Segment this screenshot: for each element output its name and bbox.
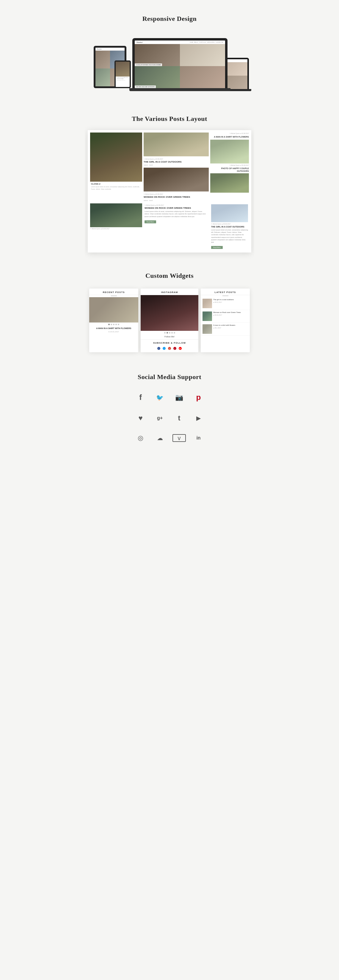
device-mockup: Mumkai CLOSE-UP PORTRAIT OF A YOUNG WOMA… bbox=[85, 29, 254, 97]
social-media-section: Social Media Support f 🐦 📷 p ♥ g+ t ▶ ◎ … bbox=[85, 364, 254, 460]
phone-screen: CLOSE-UP PORTRAIT OF A YOUNG WOMAN Lorem… bbox=[116, 62, 130, 87]
latest-post-info-2: Woman on Rock over Green Trees ● 30.06.2… bbox=[213, 312, 248, 316]
posts-demo-wrapper: ★ CLOSE-U Lorem ipsum dolor sit amet, co… bbox=[88, 130, 251, 253]
latest-post-date-2: ● 30.06.2017 bbox=[213, 314, 248, 316]
posts-main-img bbox=[90, 132, 142, 181]
laptop-img-1: CLOSE-UP PORTRAIT OF A YOUNG WOMAN bbox=[135, 44, 180, 66]
posts-center-top-title: THE GIRL IN A COAT OUTDOORS bbox=[144, 161, 209, 164]
custom-widgets-section: Custom Widgets RECENT POSTS A MAN IN A S… bbox=[85, 263, 254, 364]
laptop-img-4 bbox=[180, 66, 225, 88]
posts-bot-right-title: THE GIRL IN A COAT OUTDOORS bbox=[211, 226, 248, 228]
vimeo-icon[interactable]: v bbox=[173, 434, 186, 442]
latest-posts-divider bbox=[222, 296, 228, 296]
responsive-design-section: Responsive Design Mumkai CLOSE bbox=[85, 0, 254, 106]
posts-bot-center-readmore[interactable]: Read More bbox=[144, 220, 156, 223]
dribbble-icon[interactable]: ◎ bbox=[134, 434, 147, 442]
latest-post-date-1: ● 30.01.2017 bbox=[213, 301, 248, 303]
laptop-img-2 bbox=[180, 44, 225, 66]
soundcloud-icon[interactable]: ☁ bbox=[153, 434, 166, 442]
dot-2 bbox=[111, 324, 112, 325]
instagram-photo bbox=[141, 295, 198, 331]
latest-post-title-1: The girl in a coat outdoors bbox=[213, 299, 248, 301]
posts-center-top-meta: ✎ Michel Quinn ● 02.06.2017 bbox=[144, 158, 209, 160]
posts-bot-left-meta: ✎ Michel Quinn ● 02.06.2017 bbox=[90, 228, 142, 229]
posts-bot-right-text: Lorem ipsum dolor sit amet, consectetur … bbox=[211, 229, 248, 243]
laptop-frame: Mumkai HOME ABOUT PORTFOLIO CATEGORIES C… bbox=[132, 38, 228, 88]
posts-center-bot-title: WOMAN ON ROCK OVER GREEN TREES bbox=[144, 196, 209, 199]
social-media-title: Social Media Support bbox=[85, 364, 254, 387]
recent-posts-widget-title: RECENT POSTS bbox=[89, 288, 138, 295]
latest-post-date-3: ● 30.1.2017 bbox=[213, 327, 248, 329]
latest-posts-widget-title: LATEST POSTS bbox=[201, 288, 250, 295]
posts-layout-section: The Various Posts Layout ★ CLOSE-U Lorem… bbox=[85, 106, 254, 263]
posts-bottom-right: ✎ Michel Quinn ● 05.09.2017 THE GIRL IN … bbox=[210, 204, 249, 250]
instagram-follow-label: Follow Me! bbox=[141, 335, 198, 339]
posts-center-bot-meta: ✎ Michel Quinn ● 02.06.2017 bbox=[144, 193, 209, 195]
posts-bot-center-text: Lorem ipsum dolor sit amet, consectetur … bbox=[144, 210, 208, 218]
dot-4 bbox=[116, 324, 117, 325]
posts-center-top-img bbox=[144, 132, 209, 156]
googleplus-icon[interactable]: g+ bbox=[153, 414, 166, 422]
recent-post-dots bbox=[89, 323, 138, 326]
subscribe-twitter-icon[interactable]: t bbox=[163, 347, 166, 350]
subscribe-facebook-icon[interactable]: f bbox=[157, 347, 160, 350]
facebook-icon[interactable]: f bbox=[134, 393, 147, 402]
posts-right-title-2: PHOTO OF HAPPY COUPLE OUTDOORS bbox=[210, 166, 249, 173]
custom-widgets-title: Custom Widgets bbox=[85, 263, 254, 286]
instagram-dots bbox=[141, 331, 198, 335]
posts-bot-center-meta: ✎ Michel Quinn ● 02.06.2017 bbox=[144, 204, 208, 206]
laptop-caption-3: THE GIRL IN A COAT OUTDOORS bbox=[135, 86, 156, 88]
posts-bot-center-title: WOMAN ON ROCK OVER GREEN TREES bbox=[144, 207, 208, 210]
posts-bot-right-img bbox=[211, 204, 248, 222]
posts-bottom-left-img bbox=[90, 204, 142, 227]
pinterest-icon[interactable]: p bbox=[192, 393, 205, 402]
recent-post-title: A MAN IN A SHIRT WITH FLOWERS bbox=[89, 326, 138, 330]
dot-1 bbox=[108, 324, 110, 325]
subscribe-youtube-icon[interactable]: ▶ bbox=[179, 347, 182, 350]
posts-layout-title: The Various Posts Layout bbox=[85, 106, 254, 129]
responsive-design-title: Responsive Design bbox=[85, 6, 254, 29]
posts-bottom-center: ✎ Michel Quinn ● 02.06.2017 WOMAN ON ROC… bbox=[144, 204, 209, 250]
latest-post-thumb-1 bbox=[203, 299, 212, 308]
posts-top-row: CLOSE-U Lorem ipsum dolor sit amet, cons… bbox=[90, 132, 249, 202]
tumblr-icon[interactable]: t bbox=[173, 414, 186, 422]
posts-center-col: ✎ Michel Quinn ● 02.06.2017 THE GIRL IN … bbox=[144, 132, 209, 202]
latest-post-item-1: The girl in a coat outdoors ● 30.01.2017 bbox=[201, 297, 250, 310]
instagram-widget: INSTAGRAM Follow Me! SUBSCRIBE & FOLLOW … bbox=[141, 288, 198, 352]
subscribe-google-icon[interactable]: g bbox=[168, 347, 171, 350]
latest-post-thumb-2 bbox=[203, 312, 212, 321]
latest-post-title-2: Woman on Rock over Green Trees bbox=[213, 312, 248, 314]
laptop-nav-3: PORTFOLIO bbox=[199, 41, 206, 43]
laptop-screen: Mumkai HOME ABOUT PORTFOLIO CATEGORIES C… bbox=[135, 40, 225, 88]
posts-center-bot-tags: nature travel bbox=[144, 199, 209, 201]
posts-right-title-1: A MAN IN A SHIRT WITH FLOWERS bbox=[210, 134, 249, 139]
laptop-img-3: THE GIRL IN A COAT OUTDOORS bbox=[135, 66, 180, 88]
linkedin-icon[interactable]: in bbox=[192, 434, 205, 442]
youtube-icon[interactable]: ▶ bbox=[192, 414, 205, 422]
recent-post-main-img bbox=[89, 297, 138, 323]
social-row-2: ♥ g+ t ▶ bbox=[110, 408, 229, 428]
heart-icon[interactable]: ♥ bbox=[134, 414, 147, 422]
social-row-1: f 🐦 📷 p bbox=[110, 387, 229, 408]
latest-post-item-3: A man in a shirt with flowers ● 30.1.201… bbox=[201, 323, 250, 336]
latest-post-info-1: The girl in a coat outdoors ● 30.01.2017 bbox=[213, 299, 248, 303]
subscribe-social-icons: f t g p ▶ bbox=[141, 345, 198, 352]
subscribe-pinterest-icon[interactable]: p bbox=[173, 347, 176, 350]
posts-close-up-label: CLOSE-U Lorem ipsum dolor sit amet, cons… bbox=[90, 181, 142, 191]
tablet-logo: Mumkai bbox=[97, 48, 102, 50]
latest-post-item-2: Woman on Rock over Green Trees ● 30.06.2… bbox=[201, 310, 250, 323]
posts-bot-right-readmore[interactable]: Read More bbox=[211, 246, 223, 249]
insta-dot-1 bbox=[164, 332, 166, 334]
twitter-icon[interactable]: 🐦 bbox=[153, 393, 166, 402]
laptop-base bbox=[129, 88, 230, 91]
instagram-widget-title: INSTAGRAM bbox=[141, 288, 198, 295]
laptop-nav-5: CONTACT ME bbox=[215, 41, 223, 43]
posts-bottom-row: ✎ Michel Quinn ● 02.06.2017 ✎ Michel Qui… bbox=[90, 204, 249, 250]
laptop-nav-2: ABOUT bbox=[194, 41, 198, 43]
posts-right-img-1 bbox=[210, 140, 249, 164]
recent-posts-divider bbox=[111, 296, 117, 296]
instagram-icon[interactable]: 📷 bbox=[173, 393, 186, 402]
posts-center-bot-img bbox=[144, 168, 209, 191]
phone-frame: CLOSE-UP PORTRAIT OF A YOUNG WOMAN Lorem… bbox=[114, 60, 131, 88]
laptop-nav-1: HOME bbox=[190, 41, 193, 43]
